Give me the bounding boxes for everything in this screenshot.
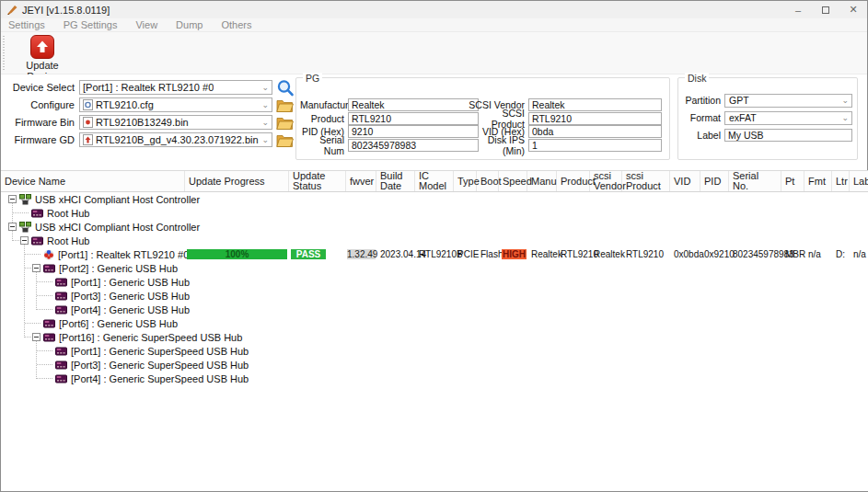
disk-ips-field[interactable] <box>528 139 662 152</box>
folder-icon[interactable] <box>276 98 294 112</box>
tree-row-root-hub[interactable]: Root Hub <box>1 234 868 247</box>
update-status-badge: PASS <box>291 249 326 259</box>
menu-settings[interactable]: Settings <box>8 19 45 30</box>
column-header-build-date[interactable]: Build Date <box>376 171 415 191</box>
tree-row-label: [Port3] : Generic SuperSpeed USB Hub <box>71 360 249 371</box>
maximize-button[interactable] <box>812 1 839 18</box>
tree-row--port3-generic-usb-hub[interactable]: [Port3] : Generic USB Hub <box>1 289 868 303</box>
partition-dropdown[interactable]: GPT ⌄ <box>724 94 852 108</box>
column-header-scsi-product[interactable]: scsi Product <box>622 171 670 191</box>
tree-row--port16-generic-superspeed-usb-hub[interactable]: [Port16] : Generic SuperSpeed USB Hub <box>1 330 868 344</box>
tree-row--port6-generic-usb-hub[interactable]: [Port6] : Generic USB Hub <box>1 316 868 330</box>
tree-row-root-hub[interactable]: Root Hub <box>1 206 868 220</box>
column-header-update-progress[interactable]: Update Progress <box>185 171 289 191</box>
tree-row--port4-generic-usb-hub[interactable]: [Port4] : Generic USB Hub <box>1 303 868 316</box>
tree-row--port1-generic-usb-hub[interactable]: [Port1] : Generic USB Hub <box>1 275 868 289</box>
disk-ips-label: Disk IPS (Min) <box>469 134 528 156</box>
disk-label-field[interactable] <box>724 129 852 142</box>
tree-row-label: USB xHCI Compliant Host Controller <box>35 194 200 205</box>
scsi-vendor-field[interactable] <box>528 98 662 111</box>
column-header-pt[interactable]: Pt <box>781 171 804 191</box>
menu-pg-settings[interactable]: PG Settings <box>64 19 118 30</box>
column-header-speed[interactable]: Speed <box>499 171 527 191</box>
grid-header: Device NameUpdate ProgressUpdate Statusf… <box>1 170 868 192</box>
search-icon[interactable] <box>276 79 295 97</box>
expander-minus-icon[interactable] <box>8 195 17 203</box>
title-bar: JEYI [v1.15.8.0119] – ✕ <box>1 1 867 18</box>
menu-others[interactable]: Others <box>221 19 251 30</box>
hub-icon <box>55 360 67 370</box>
column-header-scsi-vendor[interactable]: scsi Vendor <box>590 171 622 191</box>
chevron-down-icon: ⌄ <box>261 135 269 144</box>
expander-minus-icon[interactable] <box>20 236 29 245</box>
column-header-product[interactable]: Product <box>557 171 590 191</box>
tree-guide <box>37 295 53 296</box>
scsi-product-field[interactable] <box>528 112 662 125</box>
manufacturer-field[interactable] <box>348 98 479 111</box>
column-header-type[interactable]: Type <box>454 171 477 191</box>
form-area: Device Select [Port1] : Realtek RTL9210 … <box>1 74 867 170</box>
tree-row-label: [Port4] : Generic USB Hub <box>71 304 190 315</box>
minimize-button[interactable]: – <box>784 1 812 18</box>
column-header-vid[interactable]: VID <box>670 171 700 191</box>
pid-hex-field[interactable] <box>348 125 479 138</box>
column-header-fmt[interactable]: Fmt <box>804 171 832 191</box>
tree-row-label: [Port3] : Generic USB Hub <box>71 291 190 302</box>
expander-minus-icon[interactable] <box>8 223 17 231</box>
column-header-label[interactable]: Label <box>850 171 868 191</box>
tree-guide <box>37 378 53 379</box>
tree-row--port3-generic-superspeed-usb-hub[interactable]: [Port3] : Generic SuperSpeed USB Hub <box>1 358 868 372</box>
vid-hex-field[interactable] <box>528 125 662 138</box>
column-header-pid[interactable]: PID <box>700 171 729 191</box>
folder-icon[interactable] <box>276 133 294 147</box>
chevron-down-icon: ⌄ <box>261 83 269 92</box>
hub-icon <box>55 374 67 383</box>
hub-icon <box>55 292 67 301</box>
column-header-update-status[interactable]: Update Status <box>289 171 346 191</box>
expander-minus-icon[interactable] <box>32 264 41 272</box>
expander-minus-icon[interactable] <box>32 333 41 341</box>
configure-value: RTL9210.cfg <box>96 99 154 110</box>
tree-row-label: [Port16] : Generic SuperSpeed USB Hub <box>59 332 242 343</box>
column-header-serial-no-[interactable]: Serial No. <box>729 171 781 191</box>
device-select-dropdown[interactable]: [Port1] : Realtek RTL9210 #0 ⌄ <box>79 80 272 95</box>
serial-num-field[interactable] <box>348 139 479 152</box>
tree-row--port4-generic-superspeed-usb-hub[interactable]: [Port4] : Generic SuperSpeed USB Hub <box>1 372 868 385</box>
gd-file-icon <box>83 134 93 145</box>
column-header-fwver[interactable]: fwver <box>346 171 376 191</box>
product-field[interactable] <box>348 112 479 125</box>
device-row-cell-fmt: n/a <box>808 247 821 261</box>
usb-device-icon <box>43 249 54 260</box>
column-header-ic-model[interactable]: IC Model <box>415 171 454 191</box>
update-progress-bar: 100% <box>187 249 287 259</box>
configure-dropdown[interactable]: RTL9210.cfg ⌄ <box>79 97 272 112</box>
menu-dump[interactable]: Dump <box>176 19 203 30</box>
tree-row--port1-generic-superspeed-usb-hub[interactable]: [Port1] : Generic SuperSpeed USB Hub <box>1 344 868 358</box>
toolbar: Update Device <box>1 32 867 74</box>
tree-row-usb-xhci-compliant-host-controller[interactable]: USB xHCI Compliant Host Controller <box>1 192 868 206</box>
partition-value: GPT <box>729 95 749 106</box>
configure-label: Configure <box>1 99 79 110</box>
column-header-ltr[interactable]: Ltr <box>832 171 850 191</box>
firmware-gd-dropdown[interactable]: RTL9210B_gd_v4.30.23.071922.bin ⌄ <box>79 132 272 147</box>
tree-guide <box>13 212 29 213</box>
firmware-bin-dropdown[interactable]: RTL9210B13249.bin ⌄ <box>79 115 272 130</box>
hub-icon <box>55 278 67 287</box>
folder-icon[interactable] <box>276 116 294 130</box>
column-header-manu[interactable]: Manu <box>527 171 557 191</box>
hub-icon <box>43 264 55 273</box>
device-row-cell-product: RTL9210 <box>561 247 598 261</box>
firmware-bin-label: Firmware Bin <box>1 117 79 128</box>
partition-label: Partition <box>680 95 724 106</box>
tree-row--port2-generic-usb-hub[interactable]: [Port2] : Generic USB Hub <box>1 261 868 275</box>
menu-view[interactable]: View <box>135 19 157 30</box>
tree-row-usb-xhci-compliant-host-controller[interactable]: USB xHCI Compliant Host Controller <box>1 220 868 234</box>
column-header-device-name[interactable]: Device Name <box>1 171 185 191</box>
firmware-bin-value: RTL9210B13249.bin <box>96 117 189 128</box>
column-header-boot[interactable]: Boot <box>477 171 499 191</box>
close-button[interactable]: ✕ <box>839 1 867 18</box>
device-row-cell-vid: 0x0bda <box>674 247 704 261</box>
format-dropdown[interactable]: exFAT ⌄ <box>724 111 852 125</box>
firmware-gd-label: Firmware GD <box>1 134 79 145</box>
tree-guide <box>37 350 53 351</box>
